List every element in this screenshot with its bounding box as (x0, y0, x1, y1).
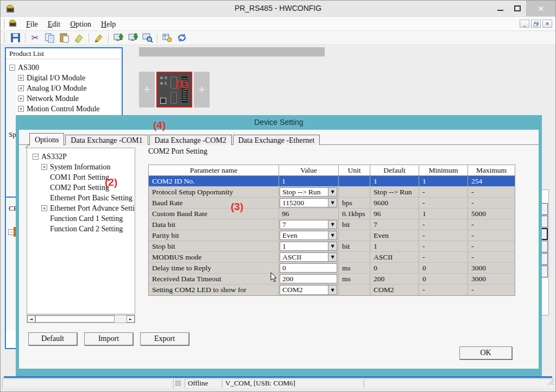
product-tree-item[interactable]: + Motion Control Module (6, 104, 122, 114)
table-row[interactable]: Setting COM2 LED to show for COM2 ▼ COM2… (149, 284, 515, 295)
value-cell[interactable]: 115200 ▼ (279, 198, 338, 208)
export-button[interactable]: Export (140, 332, 189, 345)
erase-icon[interactable] (72, 32, 86, 44)
value-editor[interactable]: Even ▼ (280, 231, 337, 240)
product-tree-item[interactable]: + Analog I/O Module (6, 83, 122, 93)
menu-item[interactable]: File (21, 19, 43, 29)
table-row[interactable]: Stop bit 1 ▼ bit 1 - - (149, 241, 515, 252)
table-row[interactable]: Parity bit Even ▼ Even - - (149, 230, 515, 241)
upload-icon[interactable] (111, 32, 125, 44)
minimize-button[interactable] (491, 1, 509, 16)
expand-toggle-icon[interactable]: + (18, 96, 24, 102)
value-editor[interactable]: 7 ▼ (280, 220, 337, 229)
expand-toggle-icon[interactable]: + (41, 205, 47, 211)
value-cell[interactable]: 0 ▼ (279, 263, 338, 273)
dialog-tree-item[interactable]: COM1 Port Setting (27, 172, 135, 182)
mdi-restore-button[interactable] (531, 20, 541, 28)
dialog-title[interactable]: Device Setting (16, 115, 542, 130)
table-row[interactable]: Protocol Setup Opportunity Stop --> Run … (149, 187, 515, 198)
value-editor[interactable]: 115200 ▼ (280, 198, 337, 207)
table-row[interactable]: Data bit 7 ▼ bit 7 - - (149, 219, 515, 230)
resize-grip[interactable] (546, 378, 554, 388)
maximize-button[interactable] (509, 1, 526, 16)
dialog-tree-item[interactable]: Function Card 1 Setting (27, 213, 135, 224)
value-cell[interactable]: ASCII ▼ (279, 252, 338, 262)
dialog-tree-item[interactable]: + System Information (27, 162, 135, 172)
table-row[interactable]: MODBUS mode ASCII ▼ ASCII - - (149, 252, 515, 263)
value-cell[interactable]: COM2 ▼ (279, 284, 338, 295)
product-tree-item[interactable]: + Digital I/O Module (6, 73, 122, 83)
param-cell: Parity bit (149, 230, 279, 241)
default-button[interactable]: Default (28, 332, 77, 345)
tree-horizontal-scrollbar[interactable]: ◄ ► (27, 315, 135, 323)
value-editor[interactable]: 1 ▼ (280, 242, 337, 251)
dropdown-arrow-icon[interactable]: ▼ (328, 220, 337, 229)
expand-toggle-icon[interactable]: + (18, 85, 24, 91)
table-row[interactable]: Delay time to Reply 0 ▼ ms 0 0 3000 (149, 263, 515, 274)
value-editor[interactable]: Stop --> Run ▼ (280, 187, 337, 197)
dialog-tab[interactable]: Data Exchange -COM1 (65, 135, 148, 145)
value-cell[interactable]: 1 ▼ (279, 241, 338, 251)
table-row[interactable]: Custom Baud Rate 96 ▼ 0.1kbps 96 1 5000 (149, 208, 515, 219)
table-row[interactable]: COM2 ID No. 1 ▼ 1 1 254 (149, 176, 515, 187)
product-tree-item[interactable]: − AS300 (6, 62, 122, 73)
expand-toggle-icon[interactable]: + (41, 164, 47, 170)
dialog-tree-item[interactable]: Ethernet Port Basic Setting (27, 193, 135, 203)
mdi-close-button[interactable]: ✕ (542, 20, 552, 28)
pen-icon[interactable] (91, 32, 106, 44)
value-cell[interactable]: 96 ▼ (279, 208, 338, 219)
dialog-tab[interactable]: Options (29, 133, 64, 146)
value-editor[interactable]: 96 ▼ (280, 209, 337, 218)
value-cell[interactable]: 200 ▼ (279, 274, 338, 284)
menu-item[interactable]: Option (65, 19, 96, 29)
value-cell[interactable]: 7 ▼ (279, 219, 338, 230)
dropdown-arrow-icon[interactable]: ▼ (328, 199, 337, 207)
dialog-tree-item[interactable]: COM2 Port Setting (27, 182, 135, 193)
empty-slot-left[interactable]: + (139, 72, 155, 108)
scroll-left-icon[interactable]: ◄ (27, 315, 35, 323)
dialog-tab[interactable]: Data Exchange -Ethernet (233, 135, 320, 145)
dropdown-arrow-icon[interactable]: ▼ (328, 286, 337, 294)
paste-icon[interactable] (57, 32, 72, 44)
dropdown-arrow-icon[interactable]: ▼ (328, 188, 337, 196)
value-editor[interactable]: COM2 ▼ (280, 285, 337, 295)
dialog-tree-item[interactable]: Function Card 2 Setting (27, 224, 135, 234)
import-button[interactable]: Import (84, 332, 133, 345)
tree-root-as332p[interactable]: − AS332P (27, 151, 135, 162)
dialog-tree-item[interactable]: + Ethernet Port Advance Setti (27, 203, 135, 213)
value-editor[interactable]: ASCII ▼ (280, 252, 337, 262)
dropdown-arrow-icon[interactable]: ▼ (328, 231, 337, 239)
save-icon[interactable] (8, 32, 23, 44)
dropdown-arrow-icon[interactable]: ▼ (328, 242, 337, 250)
scan-icon[interactable] (140, 32, 155, 44)
value-editor[interactable]: 1 ▼ (280, 176, 337, 186)
scroll-right-icon[interactable]: ► (127, 315, 135, 323)
table-body: COM2 ID No. 1 ▼ 1 1 254 Protocol Setup O… (149, 176, 515, 295)
value-cell[interactable]: 1 ▼ (279, 176, 338, 186)
value-editor[interactable]: 200 ▼ (280, 274, 337, 283)
expand-toggle-icon[interactable]: − (33, 154, 39, 160)
menu-item[interactable]: Help (96, 19, 121, 29)
table-row[interactable]: Baud Rate 115200 ▼ bps 9600 - - (149, 198, 515, 208)
mdi-minimize-button[interactable]: _ (520, 20, 529, 28)
dialog-tab[interactable]: Data Exchange -COM2 (149, 135, 232, 145)
menu-item[interactable]: Edit (43, 19, 65, 29)
empty-slot-right[interactable]: + (194, 72, 210, 108)
refresh-icon[interactable] (174, 32, 189, 44)
table-row[interactable]: Received Data Timeout 200 ▼ ms 200 0 300… (149, 274, 515, 284)
value-cell[interactable]: Even ▼ (279, 230, 338, 241)
ok-button[interactable]: OK (459, 346, 512, 359)
value-cell[interactable]: Stop --> Run ▼ (279, 187, 338, 197)
close-button[interactable]: ✕ (526, 1, 555, 16)
expand-toggle-icon[interactable]: + (18, 106, 24, 112)
download-icon[interactable] (125, 32, 140, 44)
dropdown-arrow-icon[interactable]: ▼ (328, 253, 337, 261)
product-tree-item[interactable]: + Network Module (6, 93, 122, 104)
copy-icon[interactable] (42, 32, 57, 44)
scrollbar-thumb[interactable] (35, 315, 115, 323)
value-editor[interactable]: 0 ▼ (280, 263, 337, 273)
cut-icon[interactable]: ✂ (28, 32, 42, 44)
expand-toggle-icon[interactable]: − (9, 65, 15, 71)
station-icon[interactable] (160, 32, 174, 44)
expand-toggle-icon[interactable]: + (18, 75, 24, 81)
